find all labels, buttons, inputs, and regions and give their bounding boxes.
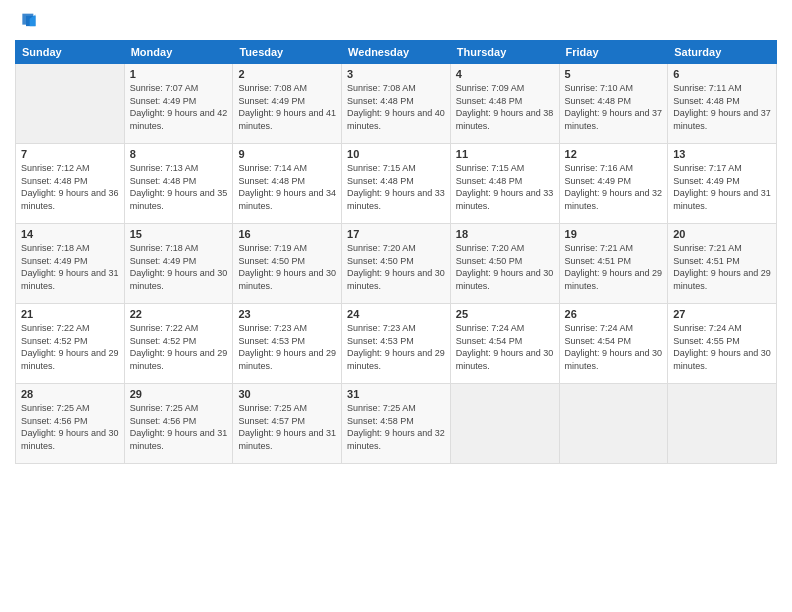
day-number: 11 <box>456 148 554 160</box>
day-cell <box>668 384 777 464</box>
day-info: Sunrise: 7:21 AMSunset: 4:51 PMDaylight:… <box>673 242 771 292</box>
logo <box>15 10 39 32</box>
day-info: Sunrise: 7:24 AMSunset: 4:55 PMDaylight:… <box>673 322 771 372</box>
day-cell: 4Sunrise: 7:09 AMSunset: 4:48 PMDaylight… <box>450 64 559 144</box>
day-info: Sunrise: 7:25 AMSunset: 4:56 PMDaylight:… <box>130 402 228 452</box>
day-cell: 8Sunrise: 7:13 AMSunset: 4:48 PMDaylight… <box>124 144 233 224</box>
day-info: Sunrise: 7:23 AMSunset: 4:53 PMDaylight:… <box>238 322 336 372</box>
day-info: Sunrise: 7:22 AMSunset: 4:52 PMDaylight:… <box>21 322 119 372</box>
day-number: 17 <box>347 228 445 240</box>
page: SundayMondayTuesdayWednesdayThursdayFrid… <box>0 0 792 612</box>
day-cell: 14Sunrise: 7:18 AMSunset: 4:49 PMDayligh… <box>16 224 125 304</box>
day-info: Sunrise: 7:20 AMSunset: 4:50 PMDaylight:… <box>347 242 445 292</box>
day-info: Sunrise: 7:07 AMSunset: 4:49 PMDaylight:… <box>130 82 228 132</box>
day-info: Sunrise: 7:09 AMSunset: 4:48 PMDaylight:… <box>456 82 554 132</box>
day-number: 29 <box>130 388 228 400</box>
week-row-4: 21Sunrise: 7:22 AMSunset: 4:52 PMDayligh… <box>16 304 777 384</box>
day-cell: 23Sunrise: 7:23 AMSunset: 4:53 PMDayligh… <box>233 304 342 384</box>
day-header-tuesday: Tuesday <box>233 41 342 64</box>
day-number: 9 <box>238 148 336 160</box>
day-header-thursday: Thursday <box>450 41 559 64</box>
day-number: 14 <box>21 228 119 240</box>
day-info: Sunrise: 7:25 AMSunset: 4:58 PMDaylight:… <box>347 402 445 452</box>
day-number: 2 <box>238 68 336 80</box>
week-row-3: 14Sunrise: 7:18 AMSunset: 4:49 PMDayligh… <box>16 224 777 304</box>
day-number: 3 <box>347 68 445 80</box>
day-number: 1 <box>130 68 228 80</box>
day-number: 5 <box>565 68 663 80</box>
header <box>15 10 777 32</box>
day-number: 16 <box>238 228 336 240</box>
day-info: Sunrise: 7:21 AMSunset: 4:51 PMDaylight:… <box>565 242 663 292</box>
day-header-friday: Friday <box>559 41 668 64</box>
day-cell: 12Sunrise: 7:16 AMSunset: 4:49 PMDayligh… <box>559 144 668 224</box>
day-cell: 17Sunrise: 7:20 AMSunset: 4:50 PMDayligh… <box>342 224 451 304</box>
day-number: 28 <box>21 388 119 400</box>
day-cell <box>559 384 668 464</box>
day-info: Sunrise: 7:24 AMSunset: 4:54 PMDaylight:… <box>565 322 663 372</box>
day-cell <box>16 64 125 144</box>
day-number: 30 <box>238 388 336 400</box>
day-cell: 25Sunrise: 7:24 AMSunset: 4:54 PMDayligh… <box>450 304 559 384</box>
day-cell: 7Sunrise: 7:12 AMSunset: 4:48 PMDaylight… <box>16 144 125 224</box>
day-number: 21 <box>21 308 119 320</box>
day-number: 7 <box>21 148 119 160</box>
day-info: Sunrise: 7:18 AMSunset: 4:49 PMDaylight:… <box>130 242 228 292</box>
day-header-sunday: Sunday <box>16 41 125 64</box>
day-cell: 18Sunrise: 7:20 AMSunset: 4:50 PMDayligh… <box>450 224 559 304</box>
day-cell: 10Sunrise: 7:15 AMSunset: 4:48 PMDayligh… <box>342 144 451 224</box>
day-number: 8 <box>130 148 228 160</box>
day-cell: 26Sunrise: 7:24 AMSunset: 4:54 PMDayligh… <box>559 304 668 384</box>
day-number: 20 <box>673 228 771 240</box>
day-info: Sunrise: 7:25 AMSunset: 4:56 PMDaylight:… <box>21 402 119 452</box>
day-header-saturday: Saturday <box>668 41 777 64</box>
day-info: Sunrise: 7:20 AMSunset: 4:50 PMDaylight:… <box>456 242 554 292</box>
day-number: 12 <box>565 148 663 160</box>
day-cell: 27Sunrise: 7:24 AMSunset: 4:55 PMDayligh… <box>668 304 777 384</box>
week-row-1: 1Sunrise: 7:07 AMSunset: 4:49 PMDaylight… <box>16 64 777 144</box>
day-header-wednesday: Wednesday <box>342 41 451 64</box>
day-cell: 11Sunrise: 7:15 AMSunset: 4:48 PMDayligh… <box>450 144 559 224</box>
day-number: 19 <box>565 228 663 240</box>
day-cell: 29Sunrise: 7:25 AMSunset: 4:56 PMDayligh… <box>124 384 233 464</box>
day-cell: 9Sunrise: 7:14 AMSunset: 4:48 PMDaylight… <box>233 144 342 224</box>
day-number: 27 <box>673 308 771 320</box>
day-cell: 20Sunrise: 7:21 AMSunset: 4:51 PMDayligh… <box>668 224 777 304</box>
day-info: Sunrise: 7:10 AMSunset: 4:48 PMDaylight:… <box>565 82 663 132</box>
day-number: 31 <box>347 388 445 400</box>
day-number: 6 <box>673 68 771 80</box>
day-info: Sunrise: 7:17 AMSunset: 4:49 PMDaylight:… <box>673 162 771 212</box>
header-row: SundayMondayTuesdayWednesdayThursdayFrid… <box>16 41 777 64</box>
day-cell: 21Sunrise: 7:22 AMSunset: 4:52 PMDayligh… <box>16 304 125 384</box>
day-cell: 31Sunrise: 7:25 AMSunset: 4:58 PMDayligh… <box>342 384 451 464</box>
day-cell: 2Sunrise: 7:08 AMSunset: 4:49 PMDaylight… <box>233 64 342 144</box>
day-info: Sunrise: 7:22 AMSunset: 4:52 PMDaylight:… <box>130 322 228 372</box>
day-cell: 22Sunrise: 7:22 AMSunset: 4:52 PMDayligh… <box>124 304 233 384</box>
day-info: Sunrise: 7:23 AMSunset: 4:53 PMDaylight:… <box>347 322 445 372</box>
day-cell: 3Sunrise: 7:08 AMSunset: 4:48 PMDaylight… <box>342 64 451 144</box>
day-info: Sunrise: 7:15 AMSunset: 4:48 PMDaylight:… <box>347 162 445 212</box>
day-cell: 6Sunrise: 7:11 AMSunset: 4:48 PMDaylight… <box>668 64 777 144</box>
day-cell: 30Sunrise: 7:25 AMSunset: 4:57 PMDayligh… <box>233 384 342 464</box>
day-cell: 28Sunrise: 7:25 AMSunset: 4:56 PMDayligh… <box>16 384 125 464</box>
week-row-5: 28Sunrise: 7:25 AMSunset: 4:56 PMDayligh… <box>16 384 777 464</box>
day-cell: 19Sunrise: 7:21 AMSunset: 4:51 PMDayligh… <box>559 224 668 304</box>
day-number: 13 <box>673 148 771 160</box>
day-info: Sunrise: 7:19 AMSunset: 4:50 PMDaylight:… <box>238 242 336 292</box>
day-info: Sunrise: 7:12 AMSunset: 4:48 PMDaylight:… <box>21 162 119 212</box>
day-info: Sunrise: 7:08 AMSunset: 4:48 PMDaylight:… <box>347 82 445 132</box>
day-number: 26 <box>565 308 663 320</box>
day-cell: 15Sunrise: 7:18 AMSunset: 4:49 PMDayligh… <box>124 224 233 304</box>
day-number: 15 <box>130 228 228 240</box>
logo-icon <box>15 10 37 32</box>
day-number: 23 <box>238 308 336 320</box>
day-info: Sunrise: 7:08 AMSunset: 4:49 PMDaylight:… <box>238 82 336 132</box>
day-info: Sunrise: 7:13 AMSunset: 4:48 PMDaylight:… <box>130 162 228 212</box>
day-info: Sunrise: 7:14 AMSunset: 4:48 PMDaylight:… <box>238 162 336 212</box>
day-info: Sunrise: 7:16 AMSunset: 4:49 PMDaylight:… <box>565 162 663 212</box>
day-number: 25 <box>456 308 554 320</box>
day-number: 24 <box>347 308 445 320</box>
day-number: 22 <box>130 308 228 320</box>
day-info: Sunrise: 7:15 AMSunset: 4:48 PMDaylight:… <box>456 162 554 212</box>
day-info: Sunrise: 7:24 AMSunset: 4:54 PMDaylight:… <box>456 322 554 372</box>
